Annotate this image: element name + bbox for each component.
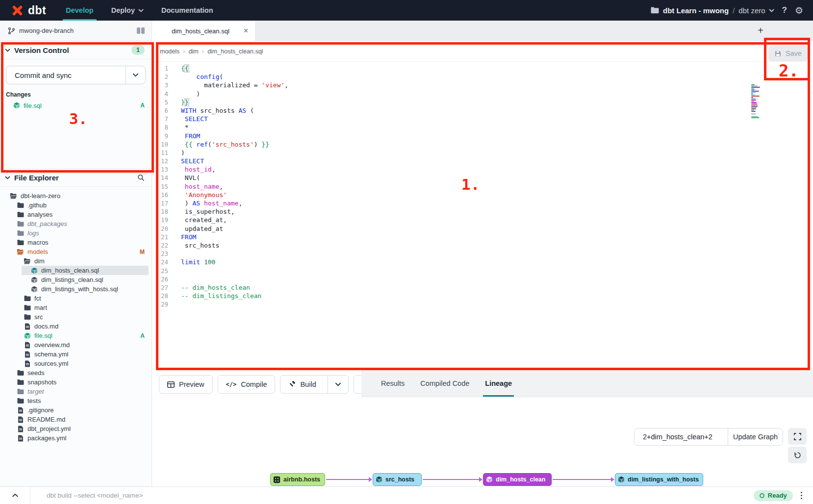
tree-item-label: dbt_project.yml (27, 425, 71, 432)
project-selector[interactable]: dbt Learn - mwong / dbt zero (651, 6, 774, 15)
menu-item-develop[interactable]: Develop (59, 0, 100, 21)
commit-and-sync-button[interactable]: Commit and sync (6, 66, 126, 84)
tree-item-.gitignore[interactable]: .gitignore (0, 405, 152, 415)
build-button[interactable]: Build (280, 376, 323, 393)
code-line: 17 ) AS host_name, (152, 199, 813, 207)
preview-button[interactable]: Preview (159, 375, 213, 394)
gear-icon[interactable]: ⚙ (795, 6, 803, 15)
status-dot-icon (760, 493, 764, 498)
tree-item-mart[interactable]: mart (0, 303, 152, 312)
lineage-filter-group: Update Graph (634, 428, 783, 446)
tree-item-dbt_packages[interactable]: dbt_packages (0, 219, 152, 228)
compile-button[interactable]: </> Compile (218, 375, 276, 394)
tree-item-sources.yml[interactable]: sources.yml (0, 359, 152, 368)
line-number: 20 (152, 225, 175, 233)
code-line: 21FROM (152, 233, 813, 241)
code-text: FROM (175, 233, 196, 241)
save-button[interactable]: Save (768, 46, 808, 61)
command-input[interactable] (30, 491, 754, 500)
menu-item-documentation[interactable]: Documentation (154, 0, 220, 21)
code-line: 13 host_id, (152, 165, 813, 174)
code-icon: </> (226, 381, 237, 388)
breadcrumb-dim[interactable]: dim (189, 48, 199, 55)
menu-item-deploy[interactable]: Deploy (104, 0, 151, 21)
lineage-filter-input[interactable] (635, 428, 728, 445)
topnav-right: dbt Learn - mwong / dbt zero ? ⚙ (651, 0, 813, 21)
folder-open-icon (10, 193, 17, 199)
tree-item-dim[interactable]: dim (0, 256, 152, 266)
version-control-header[interactable]: Version Control 1 (0, 41, 152, 59)
environment-selector[interactable]: dbt zero (738, 6, 774, 15)
tree-item-logs[interactable]: logs (0, 228, 152, 238)
tree-item-dbt_project.yml[interactable]: dbt_project.yml (0, 424, 152, 433)
code-line: 24limit 100 (152, 258, 813, 266)
tree-item-models[interactable]: modelsM (0, 247, 152, 256)
file-tree: dbt-learn-zero.githubanalysesdbt_package… (0, 187, 152, 443)
tree-item-src[interactable]: src (0, 312, 152, 322)
hammer-icon (288, 381, 296, 388)
fullscreen-button[interactable] (788, 428, 807, 445)
tree-item-dbt-learn-zero[interactable]: dbt-learn-zero (0, 191, 152, 201)
tree-item-packages.yml[interactable]: packages.yml (0, 433, 152, 443)
model-cube-icon (24, 332, 31, 339)
tree-item-dim_hosts_clean.sql[interactable]: dim_hosts_clean.sql (22, 266, 149, 275)
chevron-up-icon (12, 493, 19, 498)
tab-results[interactable]: Results (381, 370, 405, 397)
dbt-logo-icon (11, 4, 24, 17)
reset-view-button[interactable] (788, 447, 807, 463)
tree-item-macros[interactable]: macros (0, 238, 152, 247)
tree-item-overview.md[interactable]: overview.md (0, 340, 152, 350)
lineage-node-airbnb.hosts[interactable]: airbnb.hosts (270, 473, 325, 486)
collapse-panel-button[interactable] (0, 487, 30, 504)
action-buttons: Preview </> Compile Build Format (159, 375, 393, 394)
search-icon[interactable] (137, 174, 145, 181)
lineage-node-dim_listings_with_hosts[interactable]: dim_listings_with_hosts (615, 473, 703, 486)
tree-item-docs.md[interactable]: docs.md (0, 322, 152, 331)
tree-item-README.md[interactable]: README.md (0, 415, 152, 424)
kebab-menu-icon[interactable] (801, 492, 802, 499)
dbt-brand[interactable]: dbt (0, 0, 59, 21)
commit-options-caret[interactable] (126, 66, 145, 84)
git-branch-icon (8, 27, 15, 35)
tab-dim-hosts-clean[interactable]: dim_hosts_clean.sql × (152, 21, 255, 41)
branch-bar[interactable]: mwong-dev-branch (0, 21, 152, 41)
build-options-caret[interactable] (328, 376, 348, 393)
breadcrumb-file[interactable]: dim_hosts_clean.sql (207, 48, 263, 55)
breadcrumb-models[interactable]: models (160, 48, 179, 55)
chevron-down-icon (5, 49, 10, 52)
lineage-edge (553, 479, 611, 480)
tree-item-fct[interactable]: fct (0, 294, 152, 303)
lineage-node-dim_hosts_clean[interactable]: dim_hosts_clean (483, 473, 552, 486)
split-view-icon[interactable] (137, 27, 145, 34)
close-icon[interactable]: × (244, 26, 248, 35)
tree-item-tests[interactable]: tests (0, 396, 152, 405)
tree-item-dim_listings_with_hosts.sql[interactable]: dim_listings_with_hosts.sql (0, 284, 152, 294)
changed-file-name: file.sql (24, 102, 42, 109)
tree-item-analyses[interactable]: analyses (0, 210, 152, 219)
code-line: 2 config( (152, 73, 813, 81)
code-line: 22 src_hosts (152, 241, 813, 250)
lineage-node-label: src_hosts (385, 476, 414, 483)
tab-lineage[interactable]: Lineage (485, 370, 512, 397)
help-icon[interactable]: ? (782, 5, 787, 15)
update-graph-button[interactable]: Update Graph (728, 428, 783, 445)
tree-item-.github[interactable]: .github (0, 201, 152, 210)
tab-compiled-code[interactable]: Compiled Code (420, 370, 469, 397)
tree-item-snapshots[interactable]: snapshots (0, 378, 152, 387)
tree-item-seeds[interactable]: seeds (0, 368, 152, 378)
model-cube-icon (13, 102, 20, 109)
changed-file-file.sql[interactable]: file.sqlA (0, 100, 152, 111)
editor-minimap[interactable] (751, 84, 764, 119)
lineage-node-src_hosts[interactable]: src_hosts (373, 473, 422, 486)
file-explorer-header[interactable]: File Explorer (0, 169, 152, 187)
tree-item-target[interactable]: target (0, 387, 152, 396)
model-cube-icon (30, 286, 38, 293)
tree-item-file.sql[interactable]: file.sqlA (0, 331, 152, 340)
tree-item-dim_listings_clean.sql[interactable]: dim_listings_clean.sql (0, 275, 152, 284)
tree-item-schema.yml[interactable]: schema.yml (0, 350, 152, 359)
new-tab-button[interactable]: + (754, 25, 767, 37)
git-status-badge: A (140, 332, 145, 339)
code-text: ) (175, 90, 200, 98)
code-editor[interactable]: 1{{2 config(3 materialized = 'view',4 )5… (152, 62, 813, 308)
line-number: 29 (152, 300, 175, 308)
